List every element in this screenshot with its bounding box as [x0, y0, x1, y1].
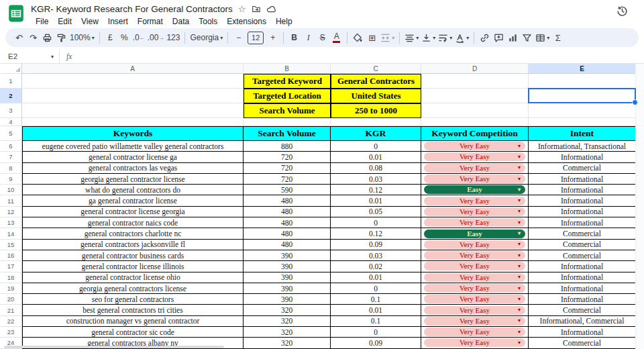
competition-dropdown[interactable]: Very Easy▾ — [424, 152, 525, 161]
competition-dropdown[interactable]: Very Easy▾ — [424, 328, 525, 336]
row-header[interactable]: 23 — [0, 327, 22, 338]
header-intent[interactable]: Intent — [529, 126, 636, 141]
cell-intent[interactable]: Commercial — [529, 338, 636, 348]
increase-decimal-button[interactable]: .00→ — [146, 30, 166, 46]
cell-competition[interactable]: Easy▾ — [421, 228, 529, 239]
row-header[interactable]: 13 — [0, 217, 22, 228]
cell-intent[interactable]: Informational — [529, 174, 636, 185]
cell-keyword[interactable]: general contractor naics code — [22, 217, 244, 228]
row-header[interactable]: 5 — [0, 126, 22, 141]
print-button[interactable] — [40, 30, 54, 46]
row-header[interactable]: 3 — [0, 103, 22, 118]
cell-D3[interactable] — [421, 103, 529, 118]
competition-dropdown[interactable]: Very Easy▾ — [424, 338, 525, 347]
cell-intent[interactable]: Commercial — [529, 250, 636, 261]
cell-intent[interactable]: Commercial — [529, 163, 636, 174]
cell-C3[interactable]: 250 to 1000 — [331, 103, 421, 118]
cell-C1[interactable]: General Contractors — [331, 74, 421, 89]
cell-kgr[interactable]: 0.1 — [331, 316, 421, 327]
row-header[interactable]: 11 — [0, 195, 22, 206]
header-keywords[interactable]: Keywords — [22, 126, 244, 141]
menu-insert[interactable]: Insert — [103, 16, 133, 27]
cell-C4[interactable] — [331, 118, 421, 126]
column-header-B[interactable]: B — [244, 64, 331, 74]
cell-competition[interactable]: Very Easy▾ — [421, 174, 529, 185]
cell-A1[interactable] — [22, 74, 244, 89]
text-wrap-button[interactable]: ▾ — [437, 30, 453, 46]
cell-search-volume[interactable]: 480 — [244, 217, 331, 228]
bold-button[interactable]: B — [287, 30, 301, 46]
row-header[interactable]: 19 — [0, 283, 22, 294]
cell-kgr[interactable]: 0 — [331, 283, 421, 294]
cell-A3[interactable] — [22, 103, 244, 118]
cell-B2[interactable]: Targeted Location — [244, 89, 331, 103]
cell-competition[interactable]: Very Easy▾ — [421, 283, 529, 294]
sheets-logo-icon[interactable] — [7, 4, 25, 23]
cell-search-volume[interactable]: 720 — [244, 152, 331, 162]
competition-dropdown[interactable]: Very Easy▾ — [424, 164, 525, 172]
competition-dropdown[interactable]: Very Easy▾ — [424, 218, 525, 227]
cell-competition[interactable]: Very Easy▾ — [421, 272, 529, 283]
cell-competition[interactable]: Easy▾ — [421, 185, 529, 195]
cell-intent[interactable]: Informational — [529, 272, 636, 283]
cell-search-volume[interactable]: 720 — [244, 174, 331, 185]
cell-D1[interactable] — [421, 74, 529, 89]
cell-competition[interactable]: Very Easy▾ — [421, 294, 529, 305]
fx-label[interactable]: fx — [59, 50, 78, 63]
competition-dropdown[interactable]: Very Easy▾ — [424, 251, 525, 260]
insert-table-button[interactable]: ▾ — [534, 30, 551, 46]
row-header[interactable]: 4 — [0, 118, 22, 126]
horizontal-align-button[interactable]: ▾ — [403, 30, 420, 46]
competition-dropdown[interactable]: Very Easy▾ — [424, 197, 525, 205]
cell-kgr[interactable]: 0 — [331, 217, 421, 228]
redo-button[interactable]: ↷ — [26, 30, 40, 46]
insert-chart-button[interactable] — [506, 30, 520, 46]
cell-kgr[interactable]: 0.12 — [331, 228, 421, 239]
strikethrough-button[interactable]: S — [315, 30, 329, 46]
menu-view[interactable]: View — [76, 16, 103, 27]
cell-B4[interactable] — [244, 118, 331, 126]
cell-keyword[interactable]: best general contractors tri cities — [22, 305, 244, 315]
cell-intent[interactable]: Informational — [529, 185, 636, 195]
row-header[interactable]: 10 — [0, 185, 22, 195]
cell-kgr[interactable]: 0.03 — [331, 174, 421, 185]
row-header[interactable]: 7 — [0, 152, 22, 162]
version-history-icon[interactable] — [616, 5, 628, 17]
row-header[interactable]: 6 — [0, 141, 22, 152]
cell-B3[interactable]: Search Volume — [244, 103, 331, 118]
decrease-decimal-button[interactable]: .0← — [131, 30, 146, 46]
decrease-font-size-button[interactable]: − — [231, 30, 246, 46]
cell-keyword[interactable]: ga general contractor license — [22, 195, 244, 206]
cell-kgr[interactable]: 0.01 — [331, 152, 421, 162]
zoom-select[interactable]: 100%▾ — [68, 30, 96, 46]
move-folder-icon[interactable] — [252, 4, 261, 13]
cell-search-volume[interactable]: 320 — [244, 316, 331, 327]
cell-kgr[interactable]: 0.02 — [331, 261, 421, 272]
competition-dropdown[interactable]: Very Easy▾ — [424, 262, 525, 270]
cell-search-volume[interactable]: 390 — [244, 261, 331, 272]
row-header[interactable]: 21 — [0, 305, 22, 315]
cell-competition[interactable]: Very Easy▾ — [421, 305, 529, 315]
cell-keyword[interactable]: eugene covered patio willamette valley g… — [22, 141, 244, 152]
cell-kgr[interactable]: 0.01 — [331, 305, 421, 315]
cell-search-volume[interactable]: 320 — [244, 305, 331, 315]
cell-keyword[interactable]: general contractor sic code — [22, 327, 244, 338]
menu-tools[interactable]: Tools — [194, 16, 222, 27]
select-all-corner[interactable] — [0, 64, 22, 74]
cell-intent[interactable]: Informational — [529, 217, 636, 228]
currency-format-button[interactable]: £ — [103, 30, 117, 46]
competition-dropdown[interactable]: Very Easy▾ — [424, 142, 525, 150]
cell-search-volume[interactable]: 480 — [244, 207, 331, 217]
cell-kgr[interactable]: 0.01 — [331, 272, 421, 283]
header-keyword-competition[interactable]: Keyword Competition — [421, 126, 529, 141]
cell-search-volume[interactable]: 390 — [244, 250, 331, 261]
row-header[interactable]: 22 — [0, 316, 22, 327]
cell-keyword[interactable]: seo for general contractors — [22, 294, 244, 305]
vertical-align-button[interactable]: ▾ — [420, 30, 437, 46]
italic-button[interactable]: I — [301, 30, 315, 46]
cell-A4[interactable] — [22, 118, 244, 126]
text-color-button[interactable]: A — [329, 30, 343, 46]
competition-dropdown[interactable]: Very Easy▾ — [424, 295, 525, 303]
cell-keyword[interactable]: general contractor license ga — [22, 152, 244, 162]
cell-keyword[interactable]: general contractors jacksonville fl — [22, 240, 244, 250]
